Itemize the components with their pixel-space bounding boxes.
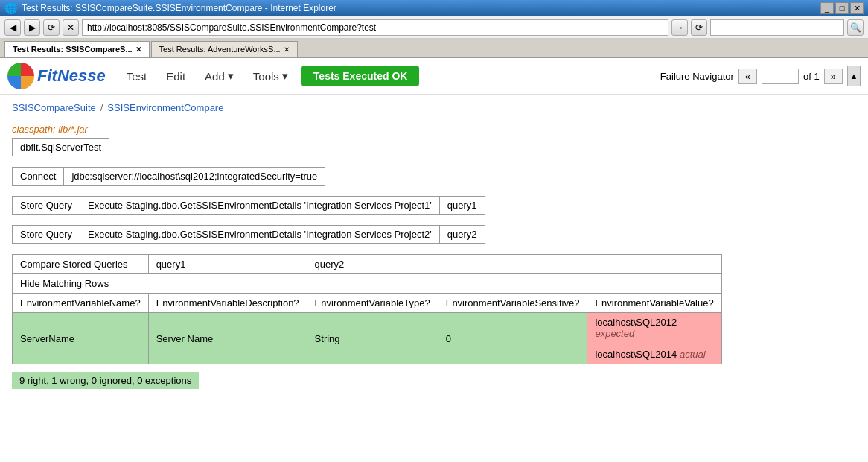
tab-1-label: Test Results: SSISCompareS... <box>13 45 133 54</box>
data-col-5-expected-value: localhost\SQL2012 expected <box>595 317 713 339</box>
col-header-0: EnvironmentVariableName? <box>13 294 149 313</box>
nav-add[interactable]: Add ▾ <box>199 66 240 86</box>
refresh2-btn[interactable]: ⟳ <box>691 19 707 36</box>
title-bar-text: Test Results: SSISCompareSuite.SSISEnvir… <box>22 3 820 13</box>
data-col-5: localhost\SQL2012 expected localhost\SQL… <box>587 313 721 364</box>
breadcrumb-sep: / <box>100 102 103 113</box>
sq1-var: query1 <box>439 197 485 215</box>
compare-header-col3: query2 <box>307 255 721 274</box>
close-btn[interactable]: ✕ <box>850 2 864 14</box>
title-bar: 🌐 Test Results: SSISCompareSuite.SSISEnv… <box>0 0 868 16</box>
dbfit-class-table: dbfit.SqlServerTest <box>12 138 109 156</box>
col-header-4: EnvironmentVariableValue? <box>587 294 721 313</box>
scroll-up-btn[interactable]: ▲ <box>847 66 861 86</box>
refresh-btn[interactable]: ⟳ <box>43 19 60 36</box>
tests-ok-button[interactable]: Tests Executed OK <box>301 66 420 86</box>
sq2-command: Execute Staging.dbo.GetSSISEnvironmentDe… <box>80 226 440 244</box>
actual-label: actual <box>680 349 706 360</box>
store-query-1-table: Store Query Execute Staging.dbo.GetSSISE… <box>12 196 485 215</box>
breadcrumb-part-1[interactable]: SSISCompareSuite <box>12 102 96 113</box>
tab-bar: Test Results: SSISCompareS... ✕ Test Res… <box>0 39 868 58</box>
compare-header-col2: query1 <box>148 255 307 274</box>
data-col-5-actual-value: localhost\SQL2014 actual <box>595 349 713 360</box>
back-btn[interactable]: ◀ <box>4 19 21 36</box>
window-controls[interactable]: _ □ ✕ <box>820 2 864 14</box>
search-go-btn[interactable]: 🔍 <box>847 19 864 36</box>
ie-icon: 🌐 <box>4 2 17 14</box>
maximize-btn[interactable]: □ <box>835 2 849 14</box>
failure-navigator: Failure Navigator « of 1 » ▲ <box>660 66 861 86</box>
tab-2[interactable]: Test Results: AdventureWorksS... ✕ <box>151 41 298 57</box>
tab-2-label: Test Results: AdventureWorksS... <box>159 45 281 54</box>
summary-text: 9 right, 1 wrong, 0 ignored, 0 exception… <box>19 375 191 386</box>
breadcrumb-part-2[interactable]: SSISEnvironmentCompare <box>107 102 223 113</box>
failure-nav-label: Failure Navigator <box>660 71 734 82</box>
failure-next-btn[interactable]: » <box>824 69 843 84</box>
data-col-1: ServerName <box>13 313 149 364</box>
expected-label: expected <box>595 328 634 339</box>
nav-tools-label: Tools <box>253 70 279 83</box>
content-area: SSISCompareSuite / SSISEnvironmentCompar… <box>0 95 868 396</box>
nav-edit[interactable]: Edit <box>160 67 191 86</box>
data-col-4: 0 <box>438 313 587 364</box>
forward-btn[interactable]: ▶ <box>24 19 40 36</box>
connect-label: Connect <box>13 168 64 186</box>
logo: FitNesse <box>7 63 106 89</box>
compare-table: Compare Stored Queries query1 query2 Hid… <box>12 254 722 364</box>
logo-text: FitNesse <box>37 66 106 86</box>
col-header-3: EnvironmentVariableSensitive? <box>438 294 587 313</box>
nav-test[interactable]: Test <box>121 67 153 86</box>
failure-nav-of: of 1 <box>803 71 820 82</box>
sq1-command: Execute Staging.dbo.GetSSISEnvironmentDe… <box>80 197 440 215</box>
search-input[interactable] <box>710 19 844 36</box>
address-bar: ◀ ▶ ⟳ ✕ → ⟳ 🔍 <box>0 16 868 39</box>
nav-tools-chevron: ▾ <box>282 69 288 83</box>
summary-bar: 9 right, 1 wrong, 0 ignored, 0 exception… <box>12 372 199 389</box>
connect-table: Connect jdbc:sqlserver://localhost\sql20… <box>12 167 325 186</box>
go-btn[interactable]: → <box>671 19 688 36</box>
failure-nav-page[interactable] <box>762 69 799 84</box>
col-header-1: EnvironmentVariableDescription? <box>148 294 307 313</box>
data-col-3: String <box>307 313 438 364</box>
logo-icon <box>7 63 34 89</box>
store-query-2-table: Store Query Execute Staging.dbo.GetSSISE… <box>12 225 485 244</box>
nav-tools[interactable]: Tools ▾ <box>247 66 294 86</box>
tab-1[interactable]: Test Results: SSISCompareS... ✕ <box>4 41 150 57</box>
sq2-label: Store Query <box>13 226 80 244</box>
url-input[interactable] <box>82 19 668 36</box>
connect-value: jdbc:sqlserver://localhost\sql2012;integ… <box>64 168 325 186</box>
nav-add-chevron: ▾ <box>228 69 234 83</box>
breadcrumb: SSISCompareSuite / SSISEnvironmentCompar… <box>12 102 856 113</box>
data-col-2: Server Name <box>148 313 307 364</box>
tab-1-close[interactable]: ✕ <box>135 45 141 54</box>
nav-add-label: Add <box>205 70 225 83</box>
failure-prev-btn[interactable]: « <box>738 69 757 84</box>
sq2-var: query2 <box>439 226 485 244</box>
stop-btn[interactable]: ✕ <box>63 19 79 36</box>
sq1-label: Store Query <box>13 197 80 215</box>
compare-header-col1: Compare Stored Queries <box>13 255 149 274</box>
tab-2-close[interactable]: ✕ <box>284 45 290 54</box>
classpath-label: classpath: lib/*.jar <box>12 124 856 135</box>
nav-bar: FitNesse Test Edit Add ▾ Tools ▾ Tests E… <box>0 58 868 95</box>
dbfit-class-cell: dbfit.SqlServerTest <box>13 139 109 156</box>
col-header-2: EnvironmentVariableType? <box>307 294 438 313</box>
compare-hide-row: Hide Matching Rows <box>13 274 722 294</box>
minimize-btn[interactable]: _ <box>820 2 834 14</box>
